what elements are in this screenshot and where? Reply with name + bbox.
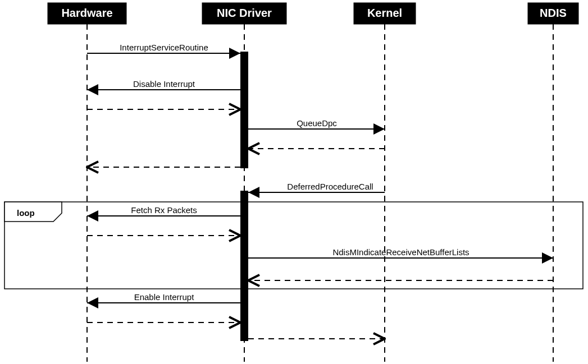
participant-ndis-label: NDIS	[540, 7, 567, 19]
msg-disable-int-label: Disable Interrupt	[133, 79, 195, 89]
participant-kernel: Kernel	[354, 3, 416, 24]
loop-frame-label: loop	[17, 208, 35, 218]
participant-ndis: NDIS	[528, 3, 578, 24]
msg-enable-int-label: Enable Interrupt	[134, 292, 195, 302]
loop-frame	[4, 202, 583, 289]
participant-hardware-label: Hardware	[61, 7, 112, 19]
msg-isr-label: InterruptServiceRoutine	[120, 43, 208, 52]
activation-bar-isr	[240, 52, 248, 168]
msg-fetch-rx-label: Fetch Rx Packets	[131, 205, 197, 215]
participant-nic-driver: NIC Driver	[202, 3, 286, 24]
activation-bar-dpc	[240, 191, 248, 341]
msg-indicate-label: NdisMIndicateReceiveNetBufferLists	[332, 247, 469, 257]
participant-kernel-label: Kernel	[367, 7, 402, 19]
msg-queuedpc-label: QueueDpc	[297, 118, 337, 128]
participant-nic-driver-label: NIC Driver	[217, 7, 272, 19]
participant-hardware: Hardware	[48, 3, 126, 24]
msg-dpc-label: DeferredProcedureCall	[287, 182, 373, 191]
